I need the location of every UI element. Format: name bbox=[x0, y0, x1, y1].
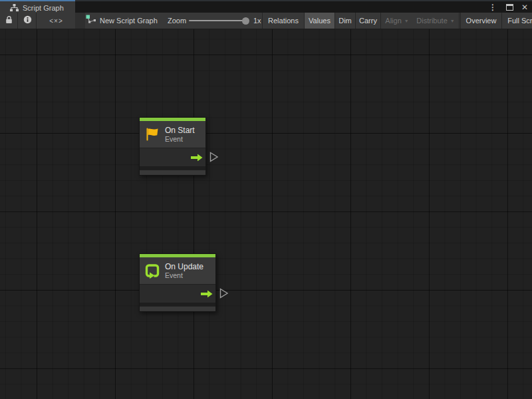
graph-breadcrumb[interactable]: New Script Graph bbox=[86, 13, 158, 29]
window-controls: ⋮ ✕ bbox=[487, 1, 528, 13]
output-flow-arrow-icon[interactable] bbox=[201, 290, 213, 297]
graph-name-label: New Script Graph bbox=[100, 17, 158, 25]
node-header: On Update Event bbox=[140, 257, 215, 284]
lock-button[interactable] bbox=[0, 13, 18, 29]
tab-script-graph[interactable]: Script Graph bbox=[0, 0, 75, 14]
node-port-row bbox=[140, 284, 215, 303]
node-header: On Start Event bbox=[140, 121, 205, 148]
maximize-icon[interactable] bbox=[506, 4, 513, 11]
lock-icon bbox=[5, 15, 13, 27]
values-button[interactable]: Values bbox=[304, 13, 334, 29]
on-start-output-port[interactable] bbox=[209, 152, 219, 162]
toolbar-divider bbox=[75, 13, 85, 29]
overview-button[interactable]: Overview bbox=[460, 13, 502, 29]
distribute-button[interactable]: Distribute ▼ bbox=[412, 13, 460, 29]
script-graph-window: Script Graph ⋮ ✕ bbox=[0, 0, 532, 399]
node-subtitle: Event bbox=[165, 271, 203, 279]
node-port-row bbox=[140, 148, 205, 166]
tab-title: Script Graph bbox=[23, 4, 64, 12]
node-title: On Start bbox=[165, 126, 195, 135]
full-screen-button[interactable]: Full Screen bbox=[503, 13, 532, 29]
script-graph-asset-icon bbox=[86, 15, 96, 27]
node-subtitle: Event bbox=[165, 135, 195, 143]
flag-icon bbox=[144, 126, 160, 142]
title-bar: Script Graph ⋮ ✕ bbox=[0, 0, 532, 13]
zoom-slider-track[interactable] bbox=[189, 20, 246, 21]
close-icon[interactable]: ✕ bbox=[521, 3, 528, 11]
info-icon bbox=[23, 15, 32, 27]
carry-button[interactable]: Carry bbox=[355, 13, 381, 29]
chevron-down-icon: ▼ bbox=[404, 19, 409, 23]
code-preview-button[interactable]: <×> bbox=[37, 13, 75, 29]
node-title: On Update bbox=[165, 262, 203, 271]
node-on-start[interactable]: On Start Event bbox=[139, 117, 206, 176]
on-update-output-port[interactable] bbox=[219, 288, 229, 299]
node-footer bbox=[140, 306, 215, 311]
node-titles: On Update Event bbox=[165, 262, 203, 279]
node-footer bbox=[140, 170, 205, 175]
zoom-label: Zoom bbox=[168, 13, 186, 29]
node-titles: On Start Event bbox=[165, 126, 195, 143]
zoom-slider-handle[interactable] bbox=[242, 17, 249, 25]
code-brackets-icon: <×> bbox=[49, 17, 63, 25]
dim-button[interactable]: Dim bbox=[334, 13, 355, 29]
info-button[interactable] bbox=[19, 13, 37, 29]
align-button[interactable]: Align ▼ bbox=[382, 13, 412, 29]
toolbar: <×> New Script Graph Zoom 1x Relations V… bbox=[0, 13, 532, 29]
menu-dots-icon[interactable]: ⋮ bbox=[487, 4, 498, 11]
relations-button[interactable]: Relations bbox=[262, 13, 304, 29]
output-flow-arrow-icon[interactable] bbox=[191, 154, 203, 161]
graph-canvas[interactable]: On Start Event bbox=[0, 29, 532, 399]
chevron-down-icon: ▼ bbox=[450, 19, 455, 23]
zoom-value: 1x bbox=[253, 13, 261, 29]
node-on-update[interactable]: On Update Event bbox=[139, 253, 216, 312]
graph-hierarchy-icon bbox=[10, 4, 19, 12]
loop-icon bbox=[144, 263, 160, 279]
